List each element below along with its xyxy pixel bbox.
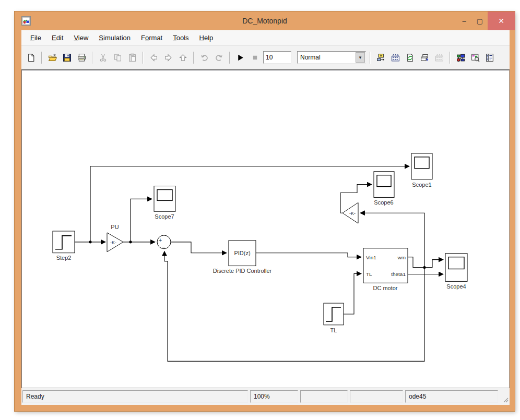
status-solver: ode45 xyxy=(405,390,498,403)
stop-simulation-button[interactable] xyxy=(249,51,262,64)
start-simulation-icon xyxy=(236,53,245,62)
save-icon xyxy=(63,53,72,62)
junction-dot xyxy=(129,241,132,243)
gain-value: -K- xyxy=(349,211,356,216)
close-button[interactable]: ✕ xyxy=(488,11,515,30)
update-disabled-button[interactable] xyxy=(433,51,446,64)
menu-help[interactable]: Help xyxy=(195,32,218,44)
port-label-tl: TL xyxy=(366,271,372,277)
toolbar-separator xyxy=(450,52,451,64)
resize-grip-icon xyxy=(502,396,509,403)
block-step2[interactable]: Step2 xyxy=(53,231,75,261)
block-gain-feedback[interactable]: -K- xyxy=(342,202,358,223)
menu-simulation[interactable]: Simulation xyxy=(94,32,135,44)
menu-view[interactable]: View xyxy=(69,32,93,44)
copy-icon xyxy=(113,53,122,62)
go-up-button[interactable] xyxy=(176,51,190,64)
go-forward-button[interactable] xyxy=(162,51,175,64)
chevron-down-icon[interactable]: ▼ xyxy=(356,52,365,63)
block-scope1[interactable]: Scope1 xyxy=(411,153,432,188)
redo-button[interactable] xyxy=(212,51,226,64)
toolbar: Normal ▼ xyxy=(21,46,510,70)
simulation-stack-button[interactable] xyxy=(418,51,431,64)
wire-wm-to-scope4[interactable] xyxy=(408,257,443,268)
block-label: Scope7 xyxy=(155,213,174,220)
library-browser-button[interactable] xyxy=(454,51,467,64)
block-scope6[interactable]: Scope6 xyxy=(374,172,394,206)
block-gain-pu[interactable]: -K- PU xyxy=(107,224,123,252)
toggle-browser-button[interactable] xyxy=(483,51,497,64)
titlebar[interactable]: DC_Motonpid – ▢ ✕ xyxy=(15,11,515,30)
maximize-button[interactable]: ▢ xyxy=(472,11,488,30)
redo-icon xyxy=(215,53,223,62)
status-zoom-level: 100% xyxy=(250,390,298,403)
sum-minus-sign: − xyxy=(162,244,165,250)
wire-tl-to-dcmotor[interactable] xyxy=(344,273,361,314)
wire-pu-to-scope7[interactable] xyxy=(131,199,152,242)
cut-button[interactable] xyxy=(97,51,110,64)
update-diagram-button[interactable] xyxy=(389,51,402,64)
save-button[interactable] xyxy=(61,51,74,64)
block-discrete-pid[interactable]: PID(z) Discrete PID Controller xyxy=(213,241,272,274)
model-canvas[interactable]: Step2 -K- PU Scope7 + xyxy=(21,70,510,388)
undo-icon xyxy=(200,53,209,62)
menu-format[interactable]: Format xyxy=(136,32,167,44)
library-browser-icon xyxy=(456,53,465,62)
wire-step2-to-scope1[interactable] xyxy=(90,166,409,242)
port-label-theta1: theta1 xyxy=(391,271,406,277)
go-forward-icon xyxy=(164,53,173,62)
go-up-icon xyxy=(179,53,187,62)
statusbar: Ready 100% ode45 xyxy=(21,388,510,405)
print-button[interactable] xyxy=(75,51,88,64)
block-sum[interactable]: + − xyxy=(157,235,171,250)
toolbar-separator xyxy=(229,52,230,64)
paste-button[interactable] xyxy=(126,51,139,64)
new-model-button[interactable] xyxy=(25,51,38,64)
pid-text: PID(z) xyxy=(234,250,250,256)
print-icon xyxy=(77,53,86,62)
status-empty-panel xyxy=(350,390,403,403)
junction-dot xyxy=(89,241,91,243)
block-dc-motor[interactable]: Vin1 wm TL theta1 DC motor xyxy=(363,248,408,291)
simulink-model-window: DC_Motonpid – ▢ ✕ File Edit View Simulat… xyxy=(15,11,515,411)
block-scope4[interactable]: Scope4 xyxy=(445,254,467,290)
model-browser-icon xyxy=(471,53,480,62)
update-disabled-icon xyxy=(435,53,444,62)
open-button[interactable] xyxy=(46,51,59,64)
gain-value: -K- xyxy=(110,240,116,245)
go-back-button[interactable] xyxy=(147,51,160,64)
menu-edit[interactable]: Edit xyxy=(47,32,68,44)
wire-pid-to-vin1[interactable] xyxy=(256,253,361,257)
block-scope7[interactable]: Scope7 xyxy=(154,186,175,220)
refresh-model-icon xyxy=(406,53,415,62)
junction-dot xyxy=(423,266,426,269)
undo-button[interactable] xyxy=(198,51,211,64)
toolbar-separator xyxy=(143,52,144,64)
simulation-stop-time-input[interactable] xyxy=(263,51,291,64)
block-tl-step[interactable]: TL xyxy=(324,303,344,333)
minimize-button[interactable]: – xyxy=(456,11,472,30)
block-label: Scope6 xyxy=(374,199,393,206)
toolbar-separator xyxy=(92,52,93,64)
new-model-icon xyxy=(27,53,36,62)
menubar: File Edit View Simulation Format Tools H… xyxy=(21,30,510,46)
status-message: Ready xyxy=(22,390,248,403)
resize-grip[interactable] xyxy=(500,390,509,403)
start-simulation-button[interactable] xyxy=(234,51,247,64)
block-label: Scope4 xyxy=(446,283,466,290)
menu-tools[interactable]: Tools xyxy=(168,32,193,44)
build-subsystem-icon xyxy=(376,53,385,62)
model-browser-button[interactable] xyxy=(469,51,482,64)
menu-file[interactable]: File xyxy=(26,32,46,44)
copy-button[interactable] xyxy=(111,51,124,64)
build-subsystem-button[interactable] xyxy=(374,51,387,64)
block-diagram: Step2 -K- PU Scope7 + xyxy=(22,70,509,388)
block-label: Discrete PID Controller xyxy=(213,268,272,274)
window-controls: – ▢ ✕ xyxy=(456,11,515,30)
simulation-mode-dropdown[interactable]: Normal ▼ xyxy=(297,51,366,64)
simulation-stack-icon xyxy=(420,53,429,62)
refresh-model-button[interactable] xyxy=(404,51,417,64)
wire-sum-to-pid[interactable] xyxy=(171,242,227,253)
toolbar-separator xyxy=(370,52,371,64)
block-label: PU xyxy=(111,224,119,230)
